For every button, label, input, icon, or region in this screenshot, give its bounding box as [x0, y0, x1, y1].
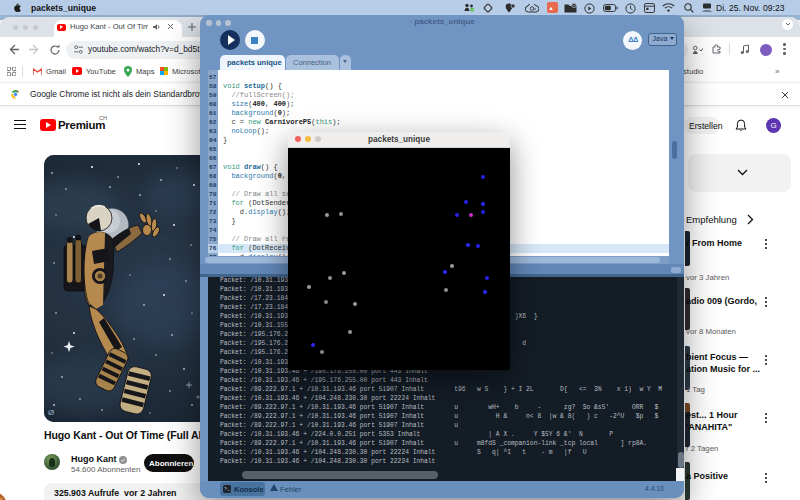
- svg-text:Ø: Ø: [48, 408, 54, 417]
